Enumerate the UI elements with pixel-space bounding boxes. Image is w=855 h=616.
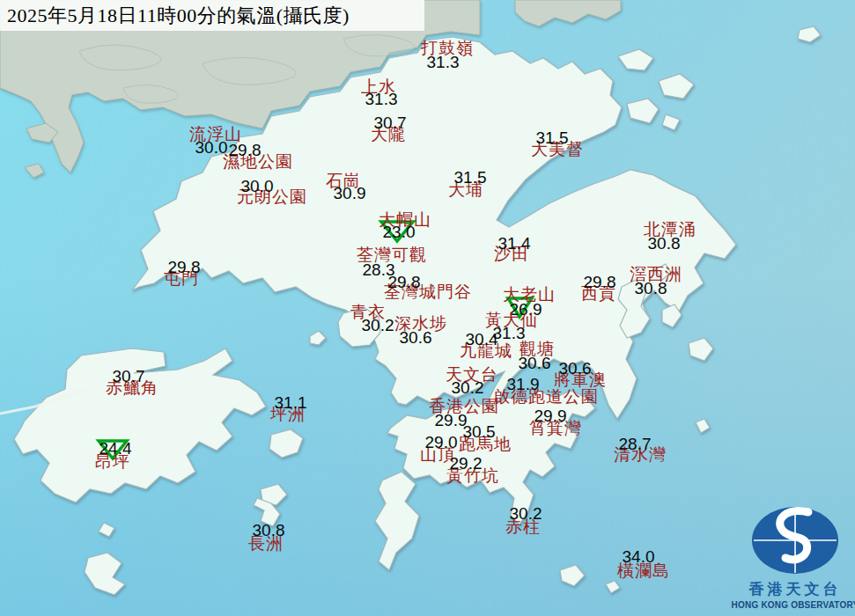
station-value-西貢: 29.8 (584, 273, 616, 292)
station-value-赤柱: 30.2 (510, 504, 542, 524)
station-value-大美督: 31.5 (536, 128, 569, 148)
station-value-九龍城: 30.4 (466, 330, 498, 349)
station-value-山頂: 29.0 (425, 433, 458, 452)
station-value-青衣: 30.2 (362, 316, 394, 335)
hko-logo-emblem (747, 503, 844, 577)
station-value-北潭涌: 30.8 (648, 234, 681, 253)
hko-temperature-map: 打鼓嶺31.3上水31.3大隴30.7大美督31.5流浮山30.0濕地公園29.… (0, 0, 855, 616)
station-value-滘西洲: 30.8 (635, 279, 667, 298)
station-value-清水灣: 28.7 (619, 435, 652, 454)
station-value-荃灣城門谷: 29.8 (388, 273, 421, 292)
station-value-昂坪: 24.4 (100, 439, 132, 458)
station-value-深水埗: 30.6 (400, 328, 432, 348)
station-value-跑馬地: 30.5 (463, 422, 496, 442)
hko-logo: 香港天文台 HONG KONG OBSERVATORY (736, 503, 854, 612)
station-value-元朗公園: 30.0 (241, 177, 274, 196)
station-value-將軍澳: 30.6 (559, 359, 592, 378)
station-value-黃竹坑: 29.2 (450, 454, 483, 473)
station-value-大隴: 30.7 (374, 114, 407, 133)
station-value-觀塘: 30.6 (519, 354, 551, 373)
logo-chinese-name: 香港天文台 (749, 579, 842, 599)
station-value-濕地公園: 29.8 (229, 141, 262, 160)
station-value-屯門: 29.8 (168, 258, 201, 277)
map-title-bar: 2025年5月18日11時00分的氣溫(攝氏度) (0, 0, 424, 31)
map-title: 2025年5月18日11時00分的氣溫(攝氏度) (7, 3, 350, 29)
station-value-石崗: 30.9 (334, 184, 366, 203)
station-value-大埔: 31.5 (454, 168, 487, 187)
station-value-坪洲: 31.1 (275, 393, 307, 413)
station-value-上水: 31.3 (365, 90, 398, 109)
station-value-大帽山: 23.0 (383, 223, 416, 242)
station-value-長洲: 30.8 (253, 521, 285, 540)
station-value-沙田: 31.4 (498, 234, 531, 253)
station-labels-layer: 打鼓嶺31.3上水31.3大隴30.7大美督31.5流浮山30.0濕地公園29.… (0, 0, 855, 616)
station-value-赤鱲角: 30.7 (113, 367, 145, 386)
station-value-啟德跑道公園: 31.9 (507, 375, 540, 394)
station-value-筲箕灣: 29.9 (534, 407, 567, 426)
logo-english-name: HONG KONG OBSERVATORY (732, 600, 855, 610)
station-value-橫瀾島: 34.0 (623, 547, 655, 567)
station-value-打鼓嶺: 31.3 (427, 53, 460, 72)
